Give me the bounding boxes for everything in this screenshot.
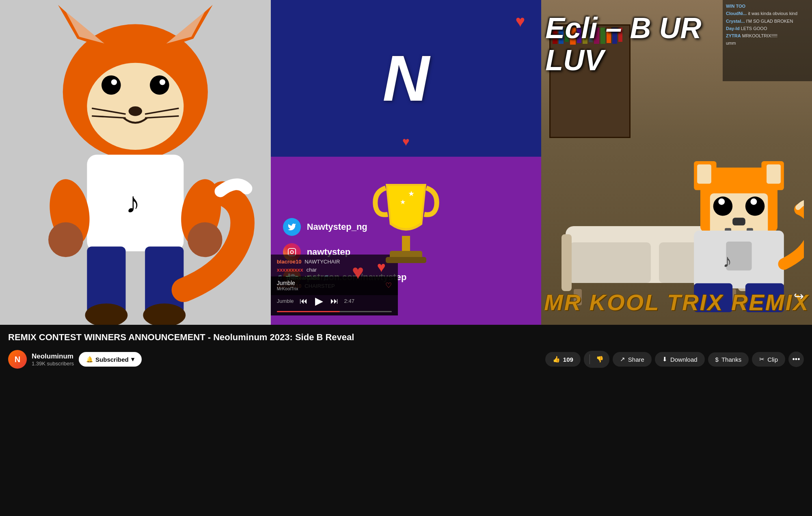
share-button[interactable]: ↗ Share [613,352,652,367]
sidebar-user-3: Day-Id [726,26,740,31]
video-title-main: REMIX CONTEST WINNERS ANNOUNCEMENT - Neo… [8,332,804,343]
music-progress-fill [277,311,340,312]
sidebar-msg-5: umm [726,41,736,45]
music-controls-row: Jumble ⏮ ▶ ⏭ 2:47 [277,293,392,309]
heart-n-bottom: ♥ [402,135,410,149]
panel-left: ♪ ♥ mrkool [0,0,271,325]
avatar-letter: N [15,355,20,364]
video-thumbnail: ♪ ♥ mrkool [0,0,812,325]
trophy-container: ★ ★ [365,176,447,283]
big-heart-overlay: ♥ [352,260,364,284]
share-icon: ↗ [620,356,625,363]
song-end-time: 2:47 [344,298,354,304]
svg-rect-35 [570,242,651,283]
sidebar-chat-4: ZYTRA MRKOOLTRIX!!!!! [726,33,809,39]
clip-icon: ✂ [759,356,764,363]
chat-user-1: blacroe10 [277,259,302,265]
heart-top-right: ♥ [516,12,525,30]
download-label: Download [670,356,698,363]
prev-btn[interactable]: ⏮ [298,295,309,307]
channel-info: N Neoluminum 1.39K subscribers 🔔 Subscri… [8,350,539,369]
more-icon: ••• [793,355,800,364]
svg-rect-31 [402,236,410,252]
sidebar-msg-4: MRKOOLTRIX!!!!! [742,33,777,38]
like-icon: 👍 [553,356,560,363]
channel-subscribers: 1.39K subscribers [32,361,74,367]
trophy-svg: ★ ★ [365,176,447,281]
sidebar-chat-5: umm [726,40,809,46]
channel-actions-row: N Neoluminum 1.39K subscribers 🔔 Subscri… [8,350,804,369]
sidebar-chat-3: Day-Id LETS GOOO [726,26,809,31]
chat-user-2: xxxxxxxxx [277,267,303,273]
svg-rect-46 [767,164,781,184]
below-video-section: REMIX CONTEST WINNERS ANNOUNCEMENT - Neo… [0,325,812,376]
svg-rect-37 [561,234,572,291]
svg-rect-52 [732,218,745,225]
svg-point-6 [102,76,121,95]
page-container: ♪ ♥ mrkool [0,0,812,376]
svg-text:★: ★ [408,190,415,198]
dislike-button[interactable]: 👎 [593,356,604,363]
panel-top-n: N ♥ ♥ [271,0,542,157]
sidebar-user-0: WIN TOO [726,4,745,9]
thanks-label: Thanks [721,356,741,363]
big-n-letter: N [382,41,430,116]
dislike-button-wrapper: 👎 [584,351,609,368]
clip-button[interactable]: ✂ Clip [752,352,785,367]
svg-rect-33 [386,257,426,263]
next-music-btn[interactable]: ⏭ [329,295,340,307]
fox-character-svg: ♪ [0,0,271,325]
sidebar-user-1: CloudNi... [726,11,747,16]
stream-chat-sidebar: WIN TOO CloudNi... it was kinda obvious … [723,0,812,81]
panel-middle: N ♥ ♥ Nawtystep_ng nawt [271,0,542,325]
sidebar-msg-2: I'M SO GLAD BROKEN [746,19,793,24]
sidebar-user-2: Crystal... [726,19,745,24]
twitter-handle: Nawtystep_ng [307,222,367,232]
more-button[interactable]: ••• [788,352,804,367]
svg-point-1 [87,63,184,150]
share-arrow-icon: ↪ [794,289,804,303]
clip-label: Clip [767,356,778,363]
like-divider [590,354,590,364]
hearts-overlay: ♥ [254,323,262,325]
sidebar-chat-2: Crystal... I'M SO GLAD BROKEN [726,18,809,24]
action-buttons: 👍 109 👎 ↗ Share ⬇ Download [545,351,804,368]
sidebar-msg-3: LETS GOOO [741,26,767,31]
like-count: 109 [563,356,573,363]
svg-text:★: ★ [400,199,406,205]
sidebar-chat-0: WIN TOO [726,3,809,9]
svg-point-8 [111,79,117,85]
music-progress-bar[interactable] [277,311,392,312]
like-button[interactable]: 👍 109 [545,352,581,367]
channel-name[interactable]: Neoluminum [32,352,74,361]
remix-text-overlay: MR KOOL TRIX REMIX [541,289,812,315]
svg-point-9 [160,79,165,85]
svg-rect-50 [718,199,725,205]
download-button[interactable]: ⬇ Download [655,352,705,367]
channel-avatar[interactable]: N [8,350,27,369]
svg-text:♪: ♪ [723,251,732,271]
song-title: Jumble [277,280,298,286]
sidebar-msg-1: it was kinda obvious kind [748,11,797,16]
subscribe-button[interactable]: 🔔 Subscribed ▾ [79,352,142,367]
svg-point-7 [150,76,169,95]
video-player[interactable]: ♪ ♥ mrkool [0,0,812,325]
thanks-icon: $ [715,356,719,363]
song-current-time: Jumble [277,298,294,304]
share-label: Share [628,356,644,363]
bell-icon: 🔔 [86,356,93,363]
play-pause-music-btn[interactable]: ▶ [313,293,325,309]
chat-msg-1: NAWTYCHAIR [304,259,340,265]
sidebar-chat-1: CloudNi... it was kinda obvious kind [726,11,809,16]
subscribe-label: Subscribed [95,356,129,363]
dislike-icon: 👎 [596,356,604,363]
twitter-icon [283,218,301,236]
thanks-button[interactable]: $ Thanks [708,352,749,367]
download-icon: ⬇ [662,356,667,363]
svg-rect-51 [751,199,757,205]
svg-text:♪: ♪ [126,186,140,219]
panel-right: ♪ Ecli – B UR LUV [541,0,812,325]
room-background: ♪ Ecli – B UR LUV [541,0,812,325]
music-btns[interactable]: ⏮ ▶ ⏭ [298,293,340,309]
svg-point-24 [188,222,222,257]
